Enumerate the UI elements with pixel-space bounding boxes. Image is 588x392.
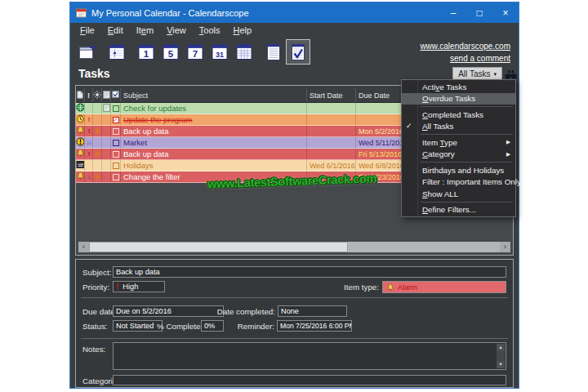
- item-type-badge: Alarm: [382, 281, 506, 293]
- pct-complete-field[interactable]: 0%: [201, 320, 224, 332]
- priority-mark: ↓: [87, 173, 90, 180]
- menu-item-define-filters[interactable]: Define Filters...: [402, 204, 515, 216]
- date-completed-value: None: [281, 307, 299, 315]
- task-subject[interactable]: Check for updates: [121, 103, 307, 114]
- task-item-cell: [76, 137, 85, 148]
- item-type-value: Alarm: [398, 283, 417, 292]
- scrollbar-track[interactable]: [89, 242, 500, 252]
- task-priority-cell: !: [85, 114, 93, 125]
- task-recurrence-cell: [93, 149, 102, 159]
- horizontal-scrollbar[interactable]: ‹ ›: [78, 242, 510, 252]
- complete-column-icon[interactable]: [111, 88, 121, 102]
- subject-label: Subject:: [82, 268, 111, 277]
- day-view-icon: 1: [136, 42, 156, 62]
- scrollbar-thumb[interactable]: [89, 242, 348, 252]
- menubar-item-edit[interactable]: Edit: [101, 24, 130, 36]
- scroll-right-arrow[interactable]: ›: [500, 242, 510, 252]
- task-checkbox[interactable]: [113, 151, 119, 158]
- menu-item-label: Define Filters...: [422, 205, 476, 214]
- menu-item-all-tasks[interactable]: ✓All Tasks: [402, 121, 515, 133]
- task-recurrence-cell: [93, 126, 102, 136]
- task-subject[interactable]: Market: [121, 137, 307, 148]
- task-item-cell: [76, 160, 85, 171]
- toolbar-month-view-button[interactable]: 31: [208, 40, 231, 64]
- task-checkbox[interactable]: [113, 105, 119, 112]
- menu-item-overdue-tasks[interactable]: Overdue Tasks: [402, 93, 515, 105]
- task-start-date: [307, 149, 356, 159]
- alarm-clock-icon: [76, 114, 85, 125]
- year-view-icon: [234, 42, 254, 62]
- toolbar-week-view-button[interactable]: 7: [184, 40, 207, 64]
- maximize-button[interactable]: □: [466, 2, 492, 23]
- notes-scrollbar[interactable]: ▲ ▼: [497, 344, 505, 368]
- task-details-panel: Subject: Back up data Priority: ! High I…: [75, 259, 514, 388]
- task-checkbox[interactable]: [113, 174, 119, 180]
- notes-column-icon[interactable]: [102, 88, 111, 102]
- date-completed-field[interactable]: None: [278, 305, 347, 317]
- column-header-start-date[interactable]: Start Date: [307, 88, 356, 102]
- task-notes-cell: [102, 126, 111, 136]
- menu-item-item-type[interactable]: Item Type▶: [402, 136, 515, 149]
- priority-value: High: [122, 283, 138, 291]
- scroll-down-arrow[interactable]: ▼: [497, 361, 505, 368]
- task-start-date: [307, 114, 356, 125]
- task-subject[interactable]: Update the program: [121, 114, 307, 125]
- recur-gray-icon: [93, 91, 101, 100]
- task-notes-cell: [102, 172, 111, 182]
- priority-column-icon[interactable]: !: [85, 88, 93, 102]
- reminder-label: Reminder:: [236, 322, 274, 331]
- task-checkbox[interactable]: [113, 163, 119, 169]
- priority-high-icon: !: [116, 283, 118, 292]
- menubar-item-tools[interactable]: Tools: [193, 24, 227, 36]
- toolbar-year-view-button[interactable]: [233, 40, 256, 64]
- status-value: Not Started: [116, 322, 154, 330]
- notes-field[interactable]: ▲ ▼: [113, 342, 506, 370]
- task-subject[interactable]: Back up data: [121, 126, 307, 136]
- toolbar-work-week-view-button[interactable]: 5: [159, 40, 182, 64]
- scroll-left-arrow[interactable]: ‹: [78, 242, 89, 252]
- toolbar-agenda-view-button[interactable]: [262, 40, 285, 64]
- task-recurrence-cell: [93, 103, 102, 114]
- subject-field[interactable]: Back up data: [113, 266, 506, 278]
- menu-item-show-all[interactable]: Show ALL: [402, 188, 515, 200]
- due-date-field[interactable]: Due on 5/2/2016: [113, 305, 224, 317]
- item-type-label: Item type:: [318, 283, 379, 292]
- menu-item-birthdays-and-holidays[interactable]: Birthdays and Holidays: [402, 164, 515, 176]
- website-link[interactable]: www.calendarscope.com: [420, 40, 510, 52]
- menubar-item-help[interactable]: Help: [226, 24, 258, 36]
- item-type-column-icon[interactable]: [76, 88, 85, 102]
- task-checkbox[interactable]: [113, 140, 119, 146]
- priority-field[interactable]: ! High: [113, 281, 165, 292]
- recurrence-column-icon[interactable]: [93, 88, 102, 102]
- task-checkbox[interactable]: [113, 128, 119, 135]
- menubar-item-view[interactable]: View: [160, 24, 193, 36]
- menu-item-filter-important-items-only[interactable]: Filter : Important Items Only: [402, 176, 515, 189]
- status-field[interactable]: Not Started: [113, 320, 163, 332]
- column-header-subject[interactable]: Subject: [121, 88, 307, 102]
- categories-field[interactable]: [113, 375, 506, 385]
- menu-item-active-tasks[interactable]: Active Tasks: [402, 81, 515, 93]
- send-comment-link[interactable]: send a comment: [420, 52, 510, 65]
- toolbar-new-item-button[interactable]: [76, 40, 99, 64]
- task-subject[interactable]: Holidays: [121, 160, 307, 171]
- menu-item-category[interactable]: Category▶: [402, 149, 515, 161]
- minimize-button[interactable]: –: [440, 2, 466, 23]
- task-checkbox[interactable]: ✓: [113, 117, 119, 123]
- menubar-item-file[interactable]: File: [74, 24, 101, 36]
- close-button[interactable]: ×: [492, 2, 519, 23]
- task-complete-cell: [111, 137, 121, 148]
- recur-icon: [93, 172, 101, 182]
- task-complete-cell: [111, 126, 121, 136]
- scroll-up-arrow[interactable]: ▲: [497, 344, 505, 351]
- reminder-field[interactable]: Mon 7/25/2016 6:00 PM: [277, 320, 352, 332]
- toolbar-day-view-button[interactable]: 1: [135, 40, 158, 64]
- toolbar-day-planner-button[interactable]: [105, 40, 128, 64]
- tasks-view-icon: [288, 42, 308, 62]
- menu-item-completed-tasks[interactable]: Completed Tasks: [402, 109, 515, 121]
- recur-icon: [93, 127, 101, 136]
- task-subject[interactable]: Back up data: [121, 149, 307, 159]
- title-bar: My Personal Calendar - Calendarscope – □…: [70, 2, 519, 23]
- task-priority-cell: ↓↓: [85, 137, 93, 148]
- toolbar-tasks-view-button[interactable]: [287, 40, 310, 64]
- menubar-item-item[interactable]: Item: [130, 24, 160, 36]
